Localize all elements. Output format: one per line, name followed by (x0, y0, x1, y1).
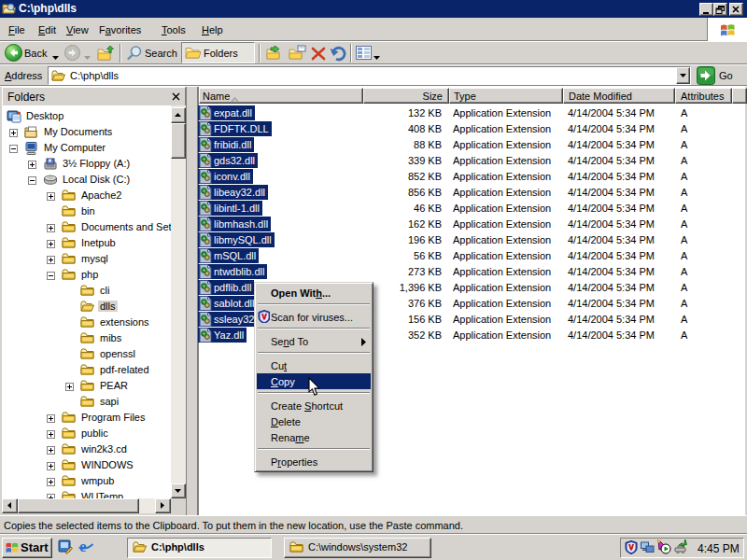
svg-text:e: e (79, 539, 87, 555)
